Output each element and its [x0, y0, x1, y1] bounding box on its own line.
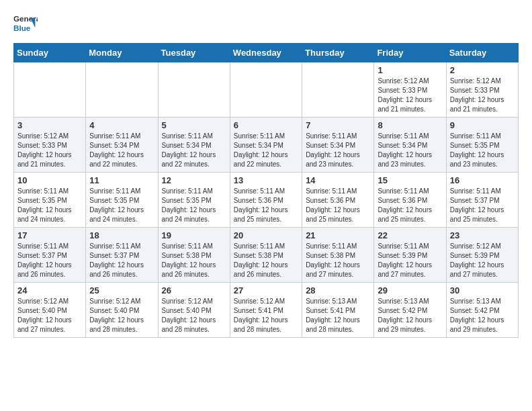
day-number: 13	[234, 175, 298, 185]
calendar-cell: 18Sunrise: 5:11 AM Sunset: 5:37 PM Dayli…	[86, 228, 158, 283]
day-of-week-header: Saturday	[446, 44, 518, 62]
day-info: Sunrise: 5:12 AM Sunset: 5:40 PM Dayligh…	[17, 297, 82, 334]
calendar-cell	[302, 62, 374, 118]
day-info: Sunrise: 5:12 AM Sunset: 5:41 PM Dayligh…	[234, 297, 298, 334]
calendar-cell: 14Sunrise: 5:11 AM Sunset: 5:36 PM Dayli…	[302, 173, 374, 228]
calendar-cell: 6Sunrise: 5:11 AM Sunset: 5:34 PM Daylig…	[230, 118, 302, 173]
day-info: Sunrise: 5:11 AM Sunset: 5:35 PM Dayligh…	[450, 132, 515, 169]
day-number: 30	[450, 285, 515, 295]
calendar-cell: 9Sunrise: 5:11 AM Sunset: 5:35 PM Daylig…	[446, 118, 518, 173]
day-of-week-header: Tuesday	[158, 44, 230, 62]
header: General Blue	[13, 11, 519, 35]
day-number: 12	[162, 175, 226, 185]
day-number: 28	[306, 285, 370, 295]
day-number: 29	[378, 285, 442, 295]
day-info: Sunrise: 5:11 AM Sunset: 5:34 PM Dayligh…	[89, 132, 154, 169]
day-info: Sunrise: 5:11 AM Sunset: 5:38 PM Dayligh…	[162, 242, 226, 279]
calendar-cell: 19Sunrise: 5:11 AM Sunset: 5:38 PM Dayli…	[158, 228, 230, 283]
day-number: 3	[17, 120, 82, 130]
day-number: 25	[89, 285, 154, 295]
calendar-week-row: 3Sunrise: 5:12 AM Sunset: 5:33 PM Daylig…	[14, 118, 519, 173]
day-number: 24	[17, 285, 82, 295]
day-number: 10	[17, 175, 82, 185]
calendar-cell: 15Sunrise: 5:11 AM Sunset: 5:36 PM Dayli…	[374, 173, 446, 228]
day-number: 7	[306, 120, 370, 130]
day-number: 15	[378, 175, 442, 185]
day-info: Sunrise: 5:11 AM Sunset: 5:34 PM Dayligh…	[234, 132, 298, 169]
calendar-cell: 4Sunrise: 5:11 AM Sunset: 5:34 PM Daylig…	[86, 118, 158, 173]
day-info: Sunrise: 5:11 AM Sunset: 5:39 PM Dayligh…	[378, 242, 442, 279]
calendar-week-row: 1Sunrise: 5:12 AM Sunset: 5:33 PM Daylig…	[14, 62, 519, 118]
calendar-cell: 27Sunrise: 5:12 AM Sunset: 5:41 PM Dayli…	[230, 283, 302, 338]
calendar-cell: 8Sunrise: 5:11 AM Sunset: 5:34 PM Daylig…	[374, 118, 446, 173]
calendar-header: SundayMondayTuesdayWednesdayThursdayFrid…	[14, 44, 519, 62]
calendar-cell: 20Sunrise: 5:11 AM Sunset: 5:38 PM Dayli…	[230, 228, 302, 283]
calendar-cell: 16Sunrise: 5:11 AM Sunset: 5:37 PM Dayli…	[446, 173, 518, 228]
calendar-cell: 2Sunrise: 5:12 AM Sunset: 5:33 PM Daylig…	[446, 62, 518, 118]
calendar-cell: 30Sunrise: 5:13 AM Sunset: 5:42 PM Dayli…	[446, 283, 518, 338]
calendar-cell: 7Sunrise: 5:11 AM Sunset: 5:34 PM Daylig…	[302, 118, 374, 173]
day-info: Sunrise: 5:11 AM Sunset: 5:34 PM Dayligh…	[378, 132, 442, 169]
calendar-cell: 11Sunrise: 5:11 AM Sunset: 5:35 PM Dayli…	[86, 173, 158, 228]
day-info: Sunrise: 5:11 AM Sunset: 5:37 PM Dayligh…	[89, 242, 154, 279]
day-info: Sunrise: 5:11 AM Sunset: 5:37 PM Dayligh…	[450, 187, 515, 224]
calendar-cell: 25Sunrise: 5:12 AM Sunset: 5:40 PM Dayli…	[86, 283, 158, 338]
day-of-week-header: Friday	[374, 44, 446, 62]
calendar-week-row: 17Sunrise: 5:11 AM Sunset: 5:37 PM Dayli…	[14, 228, 519, 283]
day-number: 17	[17, 230, 82, 240]
calendar-table: SundayMondayTuesdayWednesdayThursdayFrid…	[13, 43, 519, 338]
calendar-body: 1Sunrise: 5:12 AM Sunset: 5:33 PM Daylig…	[14, 62, 519, 338]
day-of-week-header: Sunday	[14, 44, 86, 62]
day-info: Sunrise: 5:12 AM Sunset: 5:33 PM Dayligh…	[17, 132, 82, 169]
day-number: 19	[162, 230, 226, 240]
day-info: Sunrise: 5:13 AM Sunset: 5:42 PM Dayligh…	[450, 297, 515, 334]
day-number: 11	[89, 175, 154, 185]
day-info: Sunrise: 5:12 AM Sunset: 5:40 PM Dayligh…	[89, 297, 154, 334]
day-info: Sunrise: 5:11 AM Sunset: 5:35 PM Dayligh…	[89, 187, 154, 224]
calendar-cell: 29Sunrise: 5:13 AM Sunset: 5:42 PM Dayli…	[374, 283, 446, 338]
day-number: 22	[378, 230, 442, 240]
calendar-cell: 23Sunrise: 5:12 AM Sunset: 5:39 PM Dayli…	[446, 228, 518, 283]
calendar-cell: 5Sunrise: 5:11 AM Sunset: 5:34 PM Daylig…	[158, 118, 230, 173]
day-number: 14	[306, 175, 370, 185]
calendar-week-row: 10Sunrise: 5:11 AM Sunset: 5:35 PM Dayli…	[14, 173, 519, 228]
day-info: Sunrise: 5:11 AM Sunset: 5:34 PM Dayligh…	[306, 132, 370, 169]
logo: General Blue	[13, 11, 38, 35]
day-info: Sunrise: 5:13 AM Sunset: 5:41 PM Dayligh…	[306, 297, 370, 334]
logo-icon: General Blue	[13, 11, 38, 35]
day-info: Sunrise: 5:11 AM Sunset: 5:36 PM Dayligh…	[306, 187, 370, 224]
calendar-cell: 13Sunrise: 5:11 AM Sunset: 5:36 PM Dayli…	[230, 173, 302, 228]
calendar-cell: 10Sunrise: 5:11 AM Sunset: 5:35 PM Dayli…	[14, 173, 86, 228]
day-number: 5	[162, 120, 226, 130]
day-of-week-header: Monday	[86, 44, 158, 62]
calendar-cell: 1Sunrise: 5:12 AM Sunset: 5:33 PM Daylig…	[374, 62, 446, 118]
calendar-cell: 26Sunrise: 5:12 AM Sunset: 5:40 PM Dayli…	[158, 283, 230, 338]
day-number: 4	[89, 120, 154, 130]
day-info: Sunrise: 5:12 AM Sunset: 5:33 PM Dayligh…	[378, 77, 442, 114]
svg-text:Blue: Blue	[13, 24, 31, 32]
calendar-cell: 12Sunrise: 5:11 AM Sunset: 5:35 PM Dayli…	[158, 173, 230, 228]
day-number: 26	[162, 285, 226, 295]
calendar-week-row: 24Sunrise: 5:12 AM Sunset: 5:40 PM Dayli…	[14, 283, 519, 338]
day-info: Sunrise: 5:11 AM Sunset: 5:35 PM Dayligh…	[162, 187, 226, 224]
day-number: 27	[234, 285, 298, 295]
calendar-cell: 3Sunrise: 5:12 AM Sunset: 5:33 PM Daylig…	[14, 118, 86, 173]
day-info: Sunrise: 5:11 AM Sunset: 5:35 PM Dayligh…	[17, 187, 82, 224]
day-number: 16	[450, 175, 515, 185]
day-number: 20	[234, 230, 298, 240]
day-info: Sunrise: 5:13 AM Sunset: 5:42 PM Dayligh…	[378, 297, 442, 334]
days-of-week-row: SundayMondayTuesdayWednesdayThursdayFrid…	[14, 44, 519, 62]
day-of-week-header: Thursday	[302, 44, 374, 62]
calendar-cell: 17Sunrise: 5:11 AM Sunset: 5:37 PM Dayli…	[14, 228, 86, 283]
day-number: 9	[450, 120, 515, 130]
day-number: 2	[450, 65, 515, 75]
calendar-cell	[158, 62, 230, 118]
day-number: 18	[89, 230, 154, 240]
day-number: 1	[378, 65, 442, 75]
calendar-cell: 28Sunrise: 5:13 AM Sunset: 5:41 PM Dayli…	[302, 283, 374, 338]
calendar-cell: 24Sunrise: 5:12 AM Sunset: 5:40 PM Dayli…	[14, 283, 86, 338]
day-info: Sunrise: 5:11 AM Sunset: 5:36 PM Dayligh…	[378, 187, 442, 224]
day-number: 8	[378, 120, 442, 130]
day-info: Sunrise: 5:11 AM Sunset: 5:38 PM Dayligh…	[234, 242, 298, 279]
day-of-week-header: Wednesday	[230, 44, 302, 62]
